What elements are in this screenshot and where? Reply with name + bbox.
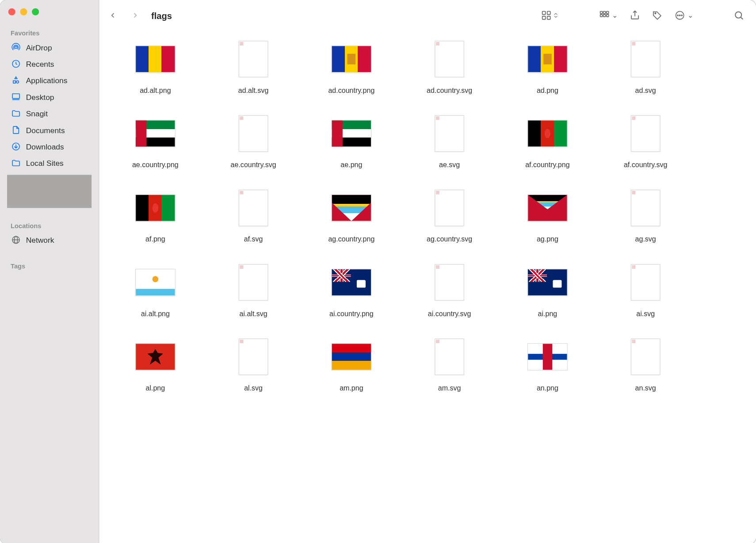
file-item[interactable]: ag.svg bbox=[596, 183, 695, 243]
file-label: ae.country.svg bbox=[231, 161, 276, 169]
sidebar-item-documents[interactable]: Documents bbox=[0, 122, 99, 138]
file-label: ag.png bbox=[537, 235, 558, 244]
svg-rect-14 bbox=[603, 11, 606, 14]
file-item[interactable]: ad.svg bbox=[596, 34, 695, 94]
sidebar-section-favorites: Favorites bbox=[0, 26, 99, 39]
file-item[interactable]: an.svg bbox=[596, 332, 695, 392]
sidebar-item-local-sites[interactable]: Local Sites bbox=[0, 155, 99, 171]
maximize-button[interactable] bbox=[32, 8, 39, 15]
file-label: ag.country.png bbox=[328, 235, 374, 244]
file-thumbnail bbox=[232, 187, 275, 229]
file-item[interactable]: ai.png bbox=[499, 257, 597, 317]
file-thumbnail bbox=[428, 38, 471, 80]
finder-window: Favorites AirDropRecentsApplicationsDesk… bbox=[0, 0, 756, 543]
file-item[interactable]: ae.svg bbox=[401, 109, 499, 169]
share-button[interactable] bbox=[626, 7, 644, 23]
file-label: ad.country.svg bbox=[427, 86, 472, 95]
file-item[interactable]: ad.alt.svg bbox=[204, 34, 302, 94]
sidebar-item-applications[interactable]: Applications bbox=[0, 72, 99, 88]
file-thumbnail bbox=[428, 261, 471, 303]
file-item[interactable]: ae.country.svg bbox=[204, 109, 302, 169]
file-thumbnail bbox=[232, 38, 275, 80]
file-item[interactable]: ae.png bbox=[302, 109, 401, 169]
file-item[interactable]: af.png bbox=[106, 183, 204, 243]
file-label: ad.alt.svg bbox=[238, 86, 269, 95]
sidebar-item-airdrop[interactable]: AirDrop bbox=[0, 39, 99, 55]
svg-point-22 bbox=[677, 15, 678, 16]
back-button[interactable] bbox=[104, 7, 122, 23]
folder-icon bbox=[11, 158, 21, 168]
file-thumbnail bbox=[330, 187, 373, 229]
file-label: al.svg bbox=[244, 384, 263, 392]
file-item[interactable]: ai.country.png bbox=[302, 257, 401, 317]
sidebar-redacted-item[interactable] bbox=[7, 175, 92, 208]
file-label: ad.alt.png bbox=[140, 86, 171, 95]
close-button[interactable] bbox=[8, 8, 15, 15]
minimize-button[interactable] bbox=[20, 8, 27, 15]
sidebar-item-desktop[interactable]: Desktop bbox=[0, 88, 99, 105]
sidebar-item-label: Network bbox=[26, 235, 54, 244]
file-item[interactable]: af.country.svg bbox=[596, 109, 695, 169]
action-menu-button[interactable] bbox=[671, 7, 697, 23]
view-mode-button[interactable] bbox=[538, 7, 562, 23]
sidebar-item-label: Recents bbox=[26, 59, 54, 68]
file-thumbnail bbox=[526, 336, 569, 378]
file-label: ai.svg bbox=[636, 310, 655, 318]
file-item[interactable]: ad.png bbox=[499, 34, 597, 94]
file-item[interactable]: al.png bbox=[106, 332, 204, 392]
file-item[interactable]: ai.svg bbox=[596, 257, 695, 317]
file-thumbnail bbox=[526, 187, 569, 229]
file-item[interactable]: ai.alt.png bbox=[106, 257, 204, 317]
svg-point-20 bbox=[655, 13, 656, 14]
svg-point-23 bbox=[680, 15, 680, 16]
sidebar-item-network[interactable]: Network bbox=[0, 232, 99, 248]
file-item[interactable]: af.country.png bbox=[499, 109, 597, 169]
search-button[interactable] bbox=[730, 7, 748, 23]
file-thumbnail bbox=[624, 112, 667, 155]
file-label: ad.country.png bbox=[328, 86, 374, 95]
main-pane: flags ad.alt.p bbox=[99, 0, 756, 543]
file-item[interactable]: ad.country.svg bbox=[401, 34, 499, 94]
file-item[interactable]: ai.alt.svg bbox=[204, 257, 302, 317]
svg-rect-2 bbox=[12, 94, 19, 99]
sidebar-item-snagit[interactable]: Snagit bbox=[0, 105, 99, 122]
file-item[interactable]: ag.country.svg bbox=[401, 183, 499, 243]
tags-button[interactable] bbox=[649, 7, 666, 23]
file-item[interactable]: af.svg bbox=[204, 183, 302, 243]
sidebar-item-recents[interactable]: Recents bbox=[0, 56, 99, 72]
window-controls bbox=[0, 8, 99, 15]
file-item[interactable]: am.svg bbox=[401, 332, 499, 392]
file-area[interactable]: ad.alt.pngad.alt.svgad.country.pngad.cou… bbox=[99, 31, 756, 543]
svg-rect-15 bbox=[607, 11, 609, 14]
sidebar-item-label: Documents bbox=[26, 126, 65, 134]
file-label: am.svg bbox=[438, 384, 461, 392]
file-item[interactable]: ae.country.png bbox=[106, 109, 204, 169]
forward-button[interactable] bbox=[126, 7, 144, 23]
file-label: af.png bbox=[145, 235, 165, 244]
svg-rect-13 bbox=[600, 11, 603, 14]
group-by-button[interactable] bbox=[596, 7, 622, 23]
file-thumbnail bbox=[624, 187, 667, 229]
file-grid: ad.alt.pngad.alt.svgad.country.pngad.cou… bbox=[106, 34, 756, 392]
file-thumbnail bbox=[330, 38, 373, 80]
file-label: ad.svg bbox=[635, 86, 656, 95]
file-item[interactable]: am.png bbox=[302, 332, 401, 392]
file-thumbnail bbox=[624, 336, 667, 378]
toolbar: flags bbox=[99, 0, 756, 31]
sidebar-item-downloads[interactable]: Downloads bbox=[0, 138, 99, 155]
file-item[interactable]: ag.png bbox=[499, 183, 597, 243]
file-label: ae.png bbox=[340, 161, 362, 169]
file-item[interactable]: al.svg bbox=[204, 332, 302, 392]
file-item[interactable]: ag.country.png bbox=[302, 183, 401, 243]
doc-icon bbox=[11, 125, 21, 135]
sidebar-item-label: Snagit bbox=[26, 109, 48, 118]
file-label: am.png bbox=[340, 384, 363, 392]
file-item[interactable]: ad.country.png bbox=[302, 34, 401, 94]
file-thumbnail bbox=[134, 336, 176, 378]
file-item[interactable]: ad.alt.png bbox=[106, 34, 204, 94]
file-item[interactable]: ai.country.svg bbox=[401, 257, 499, 317]
file-thumbnail bbox=[330, 336, 373, 378]
file-item[interactable]: an.png bbox=[499, 332, 597, 392]
file-thumbnail bbox=[232, 336, 275, 378]
sidebar-section-locations: Locations bbox=[0, 218, 99, 231]
